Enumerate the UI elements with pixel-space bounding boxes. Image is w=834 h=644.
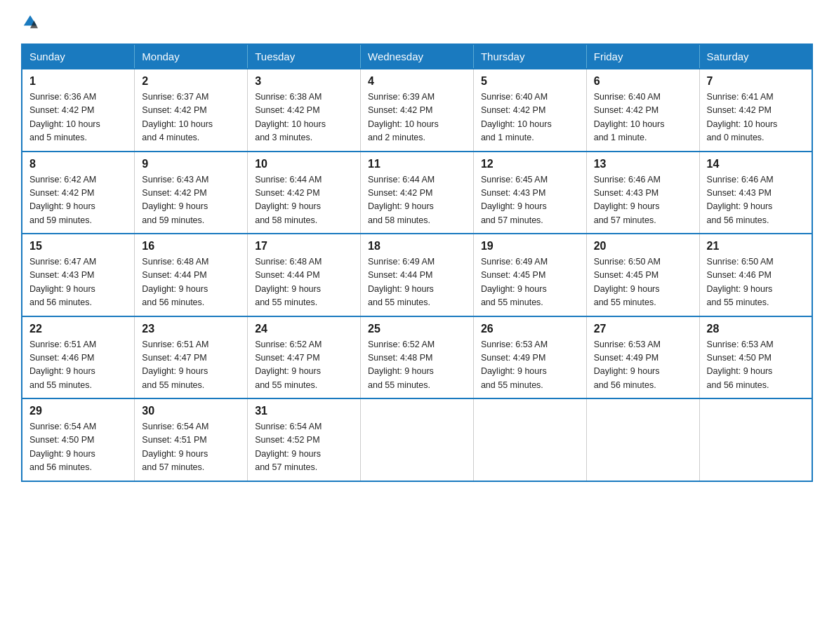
day-info: Sunrise: 6:36 AMSunset: 4:42 PMDaylight:… (29, 92, 100, 142)
calendar-week-row: 1Sunrise: 6:36 AMSunset: 4:42 PMDaylight… (22, 69, 812, 152)
column-header-sunday: Sunday (22, 44, 135, 69)
day-info: Sunrise: 6:44 AMSunset: 4:42 PMDaylight:… (255, 175, 322, 225)
day-info: Sunrise: 6:52 AMSunset: 4:47 PMDaylight:… (255, 340, 322, 390)
calendar-cell: 20Sunrise: 6:50 AMSunset: 4:45 PMDayligh… (586, 234, 699, 316)
day-info: Sunrise: 6:46 AMSunset: 4:43 PMDaylight:… (594, 175, 661, 225)
day-number: 2 (142, 75, 240, 88)
day-number: 14 (707, 158, 805, 170)
day-info: Sunrise: 6:43 AMSunset: 4:42 PMDaylight:… (142, 175, 208, 225)
day-number: 4 (368, 75, 466, 88)
day-info: Sunrise: 6:38 AMSunset: 4:42 PMDaylight:… (255, 92, 326, 142)
calendar-cell: 21Sunrise: 6:50 AMSunset: 4:46 PMDayligh… (699, 234, 812, 316)
calendar-cell: 12Sunrise: 6:45 AMSunset: 4:43 PMDayligh… (473, 152, 586, 234)
calendar-cell: 19Sunrise: 6:49 AMSunset: 4:45 PMDayligh… (473, 234, 586, 316)
day-number: 13 (594, 158, 692, 170)
day-number: 29 (29, 405, 127, 417)
day-number: 31 (255, 405, 353, 417)
day-number: 15 (29, 240, 127, 253)
calendar-cell: 30Sunrise: 6:54 AMSunset: 4:51 PMDayligh… (135, 398, 248, 481)
calendar-cell: 25Sunrise: 6:52 AMSunset: 4:48 PMDayligh… (361, 316, 474, 399)
day-info: Sunrise: 6:37 AMSunset: 4:42 PMDaylight:… (142, 92, 213, 142)
day-info: Sunrise: 6:54 AMSunset: 4:50 PMDaylight:… (29, 422, 96, 472)
day-number: 18 (368, 240, 466, 253)
day-number: 11 (368, 158, 466, 170)
day-number: 9 (142, 158, 240, 170)
calendar-cell: 3Sunrise: 6:38 AMSunset: 4:42 PMDaylight… (248, 69, 361, 152)
day-info: Sunrise: 6:53 AMSunset: 4:49 PMDaylight:… (594, 340, 661, 390)
day-number: 25 (368, 323, 466, 335)
calendar-cell (361, 398, 474, 481)
calendar-cell: 23Sunrise: 6:51 AMSunset: 4:47 PMDayligh… (135, 316, 248, 399)
calendar-week-row: 29Sunrise: 6:54 AMSunset: 4:50 PMDayligh… (22, 398, 812, 481)
calendar-cell: 2Sunrise: 6:37 AMSunset: 4:42 PMDaylight… (135, 69, 248, 152)
day-info: Sunrise: 6:49 AMSunset: 4:44 PMDaylight:… (368, 257, 435, 307)
day-number: 26 (481, 323, 579, 335)
day-info: Sunrise: 6:50 AMSunset: 4:45 PMDaylight:… (594, 257, 661, 307)
calendar-cell: 17Sunrise: 6:48 AMSunset: 4:44 PMDayligh… (248, 234, 361, 316)
day-info: Sunrise: 6:39 AMSunset: 4:42 PMDaylight:… (368, 92, 439, 142)
day-number: 1 (29, 75, 127, 88)
day-info: Sunrise: 6:41 AMSunset: 4:42 PMDaylight:… (707, 92, 778, 142)
day-number: 28 (707, 323, 805, 335)
day-number: 12 (481, 158, 579, 170)
day-info: Sunrise: 6:54 AMSunset: 4:51 PMDaylight:… (142, 422, 208, 472)
day-number: 20 (594, 240, 692, 253)
day-info: Sunrise: 6:51 AMSunset: 4:47 PMDaylight:… (142, 340, 208, 390)
calendar-cell: 7Sunrise: 6:41 AMSunset: 4:42 PMDaylight… (699, 69, 812, 152)
column-header-monday: Monday (135, 44, 248, 69)
calendar-week-row: 15Sunrise: 6:47 AMSunset: 4:43 PMDayligh… (22, 234, 812, 316)
calendar-cell: 27Sunrise: 6:53 AMSunset: 4:49 PMDayligh… (586, 316, 699, 399)
calendar-cell: 1Sunrise: 6:36 AMSunset: 4:42 PMDaylight… (22, 69, 135, 152)
day-info: Sunrise: 6:50 AMSunset: 4:46 PMDaylight:… (707, 257, 774, 307)
calendar-cell: 8Sunrise: 6:42 AMSunset: 4:42 PMDaylight… (22, 152, 135, 234)
column-header-tuesday: Tuesday (248, 44, 361, 69)
day-info: Sunrise: 6:48 AMSunset: 4:44 PMDaylight:… (255, 257, 322, 307)
calendar-cell: 5Sunrise: 6:40 AMSunset: 4:42 PMDaylight… (473, 69, 586, 152)
logo-icon (22, 14, 38, 29)
calendar-cell: 16Sunrise: 6:48 AMSunset: 4:44 PMDayligh… (135, 234, 248, 316)
calendar-cell: 13Sunrise: 6:46 AMSunset: 4:43 PMDayligh… (586, 152, 699, 234)
day-number: 19 (481, 240, 579, 253)
calendar-cell: 10Sunrise: 6:44 AMSunset: 4:42 PMDayligh… (248, 152, 361, 234)
calendar-cell: 4Sunrise: 6:39 AMSunset: 4:42 PMDaylight… (361, 69, 474, 152)
day-info: Sunrise: 6:45 AMSunset: 4:43 PMDaylight:… (481, 175, 548, 225)
day-number: 6 (594, 75, 692, 88)
day-info: Sunrise: 6:40 AMSunset: 4:42 PMDaylight:… (481, 92, 552, 142)
calendar-table: SundayMondayTuesdayWednesdayThursdayFrid… (21, 43, 813, 482)
calendar-header-row: SundayMondayTuesdayWednesdayThursdayFrid… (22, 44, 812, 69)
day-number: 27 (594, 323, 692, 335)
day-info: Sunrise: 6:53 AMSunset: 4:49 PMDaylight:… (481, 340, 548, 390)
calendar-cell: 15Sunrise: 6:47 AMSunset: 4:43 PMDayligh… (22, 234, 135, 316)
calendar-cell (586, 398, 699, 481)
day-info: Sunrise: 6:51 AMSunset: 4:46 PMDaylight:… (29, 340, 96, 390)
column-header-friday: Friday (586, 44, 699, 69)
day-info: Sunrise: 6:46 AMSunset: 4:43 PMDaylight:… (707, 175, 774, 225)
day-info: Sunrise: 6:44 AMSunset: 4:42 PMDaylight:… (368, 175, 435, 225)
calendar-week-row: 8Sunrise: 6:42 AMSunset: 4:42 PMDaylight… (22, 152, 812, 234)
day-number: 17 (255, 240, 353, 253)
page-header (21, 14, 813, 29)
calendar-cell: 28Sunrise: 6:53 AMSunset: 4:50 PMDayligh… (699, 316, 812, 399)
day-info: Sunrise: 6:47 AMSunset: 4:43 PMDaylight:… (29, 257, 96, 307)
day-info: Sunrise: 6:48 AMSunset: 4:44 PMDaylight:… (142, 257, 208, 307)
calendar-cell: 31Sunrise: 6:54 AMSunset: 4:52 PMDayligh… (248, 398, 361, 481)
day-number: 7 (707, 75, 805, 88)
calendar-week-row: 22Sunrise: 6:51 AMSunset: 4:46 PMDayligh… (22, 316, 812, 399)
day-number: 24 (255, 323, 353, 335)
day-info: Sunrise: 6:52 AMSunset: 4:48 PMDaylight:… (368, 340, 435, 390)
day-number: 8 (29, 158, 127, 170)
day-info: Sunrise: 6:49 AMSunset: 4:45 PMDaylight:… (481, 257, 548, 307)
day-number: 16 (142, 240, 240, 253)
calendar-cell: 18Sunrise: 6:49 AMSunset: 4:44 PMDayligh… (361, 234, 474, 316)
calendar-cell (699, 398, 812, 481)
day-info: Sunrise: 6:54 AMSunset: 4:52 PMDaylight:… (255, 422, 322, 472)
day-info: Sunrise: 6:53 AMSunset: 4:50 PMDaylight:… (707, 340, 774, 390)
logo (21, 14, 38, 29)
calendar-cell: 6Sunrise: 6:40 AMSunset: 4:42 PMDaylight… (586, 69, 699, 152)
calendar-cell: 11Sunrise: 6:44 AMSunset: 4:42 PMDayligh… (361, 152, 474, 234)
calendar-cell (473, 398, 586, 481)
day-number: 23 (142, 323, 240, 335)
day-number: 10 (255, 158, 353, 170)
column-header-saturday: Saturday (699, 44, 812, 69)
day-number: 5 (481, 75, 579, 88)
